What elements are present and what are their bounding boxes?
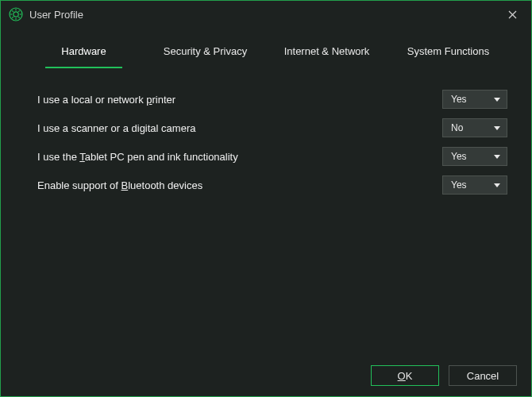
setting-select-scanner[interactable]: No <box>442 118 507 137</box>
svg-line-7 <box>18 17 20 18</box>
setting-label: Enable support of Bluetooth devices <box>37 179 442 191</box>
setting-row-bluetooth: Enable support of Bluetooth devices Yes <box>37 172 507 198</box>
window-title: User Profile <box>29 9 495 21</box>
tab-bar: Hardware Security & Privacy Internet & N… <box>1 28 531 68</box>
close-button[interactable] <box>501 3 523 25</box>
setting-row-scanner: I use a scanner or a digital camera No <box>37 114 507 141</box>
settings-panel: I use a local or network printer Yes I u… <box>1 68 531 355</box>
tab-internet-network[interactable]: Internet & Network <box>266 37 387 68</box>
setting-label: I use a local or network printer <box>37 94 442 106</box>
titlebar: User Profile <box>1 1 531 28</box>
select-value: Yes <box>451 94 494 105</box>
tab-hardware[interactable]: Hardware <box>23 37 145 68</box>
chevron-down-icon <box>494 155 500 159</box>
dialog-footer: OK Cancel <box>1 355 531 396</box>
gear-icon <box>9 7 23 21</box>
setting-row-tablet: I use the Tablet PC pen and ink function… <box>37 143 507 170</box>
setting-label: I use the Tablet PC pen and ink function… <box>37 151 442 163</box>
select-value: Yes <box>451 151 494 162</box>
setting-select-bluetooth[interactable]: Yes <box>442 175 507 195</box>
svg-line-9 <box>12 17 13 18</box>
setting-select-printer[interactable]: Yes <box>442 90 507 109</box>
select-value: Yes <box>451 179 494 191</box>
svg-line-8 <box>18 10 20 12</box>
tab-label: System Functions <box>407 45 489 57</box>
close-icon <box>508 10 517 19</box>
setting-label: I use a scanner or a digital camera <box>37 122 442 134</box>
setting-select-tablet[interactable]: Yes <box>442 147 507 166</box>
chevron-down-icon <box>494 183 500 187</box>
ok-button[interactable]: OK <box>371 365 439 386</box>
setting-row-printer: I use a local or network printer Yes <box>37 86 507 113</box>
chevron-down-icon <box>494 126 500 130</box>
tab-security-privacy[interactable]: Security & Privacy <box>145 37 266 68</box>
tab-label: Internet & Network <box>284 45 370 57</box>
cancel-button[interactable]: Cancel <box>449 365 517 386</box>
svg-point-1 <box>13 12 18 17</box>
tab-label: Hardware <box>61 45 106 57</box>
tab-system-functions[interactable]: System Functions <box>387 37 509 68</box>
tab-label: Security & Privacy <box>164 45 247 57</box>
chevron-down-icon <box>494 98 500 102</box>
svg-line-6 <box>12 10 13 12</box>
select-value: No <box>451 122 494 133</box>
